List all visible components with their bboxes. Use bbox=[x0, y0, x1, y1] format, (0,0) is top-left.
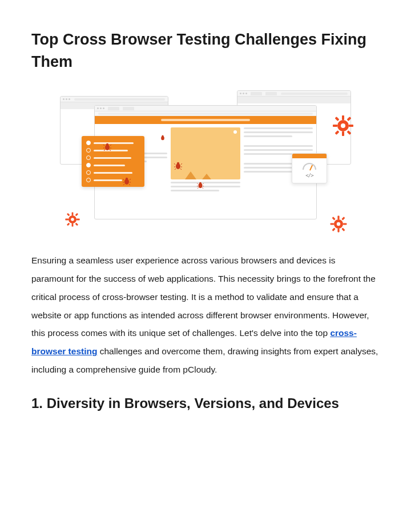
svg-line-44 bbox=[123, 184, 124, 185]
svg-line-61 bbox=[202, 188, 203, 189]
svg-line-33 bbox=[110, 145, 111, 146]
svg-rect-25 bbox=[76, 219, 80, 221]
svg-rect-28 bbox=[67, 223, 70, 226]
svg-rect-2 bbox=[342, 115, 344, 120]
page-title: Top Cross Browser Testing Challenges Fix… bbox=[31, 29, 380, 73]
gauge-icon bbox=[303, 163, 316, 170]
svg-point-11 bbox=[337, 222, 340, 226]
gear-icon bbox=[329, 215, 348, 233]
svg-rect-18 bbox=[332, 228, 335, 231]
svg-line-32 bbox=[103, 145, 104, 146]
svg-line-45 bbox=[129, 184, 130, 185]
svg-point-39 bbox=[126, 178, 128, 180]
svg-rect-7 bbox=[347, 117, 352, 121]
svg-rect-19 bbox=[341, 228, 345, 231]
svg-rect-15 bbox=[343, 223, 346, 225]
intro-text-part1: Ensuring a seamless user experience acro… bbox=[31, 255, 376, 338]
gear-icon bbox=[65, 211, 80, 227]
svg-rect-14 bbox=[331, 223, 334, 225]
svg-rect-17 bbox=[341, 217, 345, 221]
svg-line-49 bbox=[181, 163, 182, 165]
svg-line-48 bbox=[174, 163, 175, 165]
svg-rect-12 bbox=[337, 216, 339, 219]
svg-line-56 bbox=[197, 183, 198, 185]
svg-rect-9 bbox=[347, 130, 352, 135]
svg-rect-16 bbox=[332, 217, 335, 221]
svg-rect-22 bbox=[72, 213, 74, 216]
gear-icon bbox=[332, 114, 354, 137]
svg-line-41 bbox=[130, 179, 131, 180]
checklist-panel bbox=[82, 136, 144, 187]
svg-point-63 bbox=[162, 135, 163, 137]
svg-point-47 bbox=[177, 162, 179, 165]
bug-icon bbox=[123, 177, 131, 185]
svg-rect-5 bbox=[349, 125, 353, 127]
bug-icon bbox=[103, 143, 111, 151]
image-placeholder-icon bbox=[171, 127, 240, 179]
svg-line-60 bbox=[198, 188, 199, 189]
svg-rect-8 bbox=[335, 130, 340, 135]
svg-point-21 bbox=[71, 218, 74, 221]
bug-icon bbox=[174, 162, 182, 170]
svg-rect-27 bbox=[75, 213, 78, 216]
svg-point-55 bbox=[199, 182, 202, 185]
svg-rect-26 bbox=[67, 213, 70, 216]
hero-illustration: </> bbox=[60, 90, 351, 233]
code-speed-panel: </> bbox=[292, 153, 327, 183]
svg-rect-23 bbox=[72, 223, 74, 227]
svg-rect-6 bbox=[335, 117, 340, 121]
svg-rect-13 bbox=[337, 229, 339, 232]
svg-line-36 bbox=[104, 150, 105, 151]
svg-point-1 bbox=[341, 123, 345, 128]
svg-line-53 bbox=[180, 169, 182, 170]
svg-rect-24 bbox=[65, 219, 68, 221]
section-1-title: 1. Diversity in Browsers, Versions, and … bbox=[31, 394, 380, 414]
bug-icon bbox=[197, 182, 205, 190]
svg-line-40 bbox=[123, 179, 124, 180]
svg-rect-4 bbox=[333, 125, 337, 127]
svg-point-31 bbox=[106, 143, 108, 146]
svg-line-57 bbox=[203, 183, 204, 185]
svg-rect-29 bbox=[75, 223, 78, 226]
bug-icon bbox=[160, 135, 168, 143]
svg-line-52 bbox=[175, 169, 176, 170]
svg-line-37 bbox=[110, 150, 111, 151]
code-tag-icon: </> bbox=[305, 173, 313, 178]
svg-rect-3 bbox=[342, 131, 344, 136]
intro-paragraph: Ensuring a seamless user experience acro… bbox=[31, 251, 380, 378]
